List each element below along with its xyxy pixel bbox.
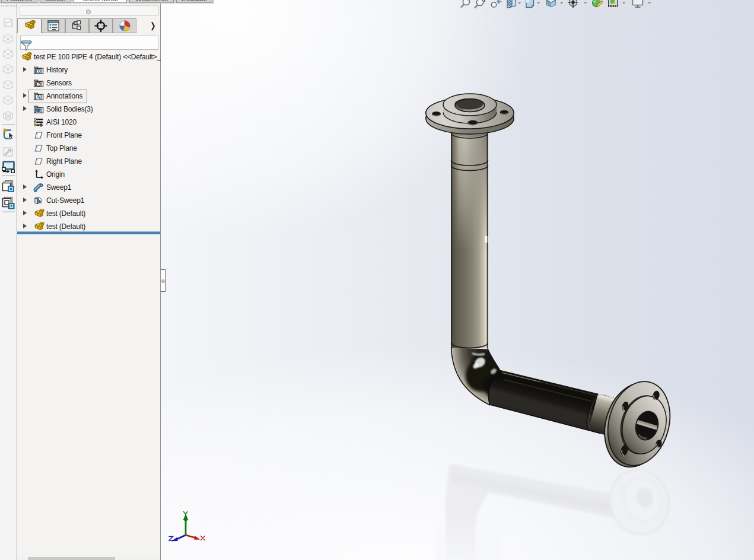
svg-text:A: A: [36, 94, 41, 100]
